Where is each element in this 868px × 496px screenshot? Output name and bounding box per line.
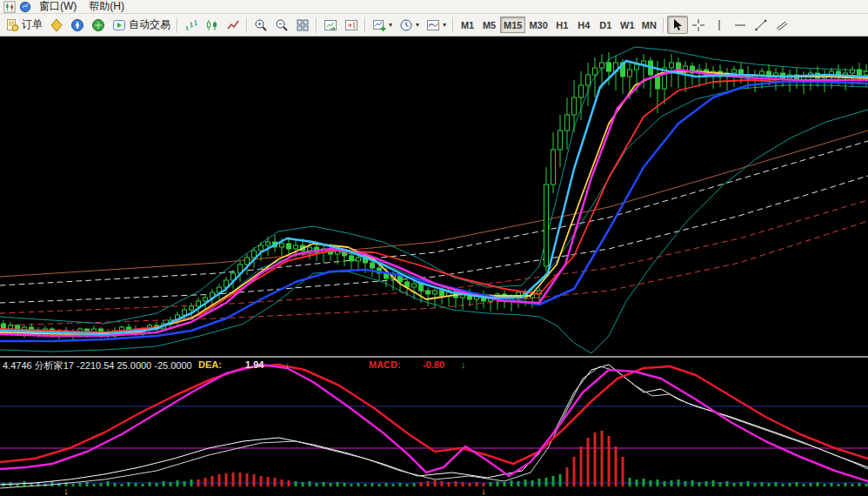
candle [593, 57, 598, 97]
histogram-bar [427, 481, 430, 486]
order-icon [5, 18, 19, 32]
zoom-out-button[interactable] [271, 16, 292, 34]
histogram-bar [79, 483, 82, 486]
period-button[interactable]: ▾ [396, 16, 423, 34]
histogram-bar [650, 480, 652, 486]
macd-indicator-chart[interactable]: ↓↓ [0, 358, 868, 496]
channel-tool-button[interactable] [771, 16, 792, 34]
template-icon [426, 18, 440, 32]
candle [725, 68, 730, 90]
candle [586, 63, 591, 106]
timeframe-m1-button[interactable]: M1 [457, 17, 478, 33]
autotrade-button[interactable]: 自动交易 [109, 16, 174, 34]
ma-blue [0, 82, 868, 341]
histogram-bar [504, 482, 506, 486]
histogram-bar [490, 482, 492, 486]
trendline-tool-button[interactable] [751, 16, 771, 34]
histogram-bar [274, 478, 277, 486]
auto-scroll-button[interactable] [320, 16, 341, 34]
histogram-bar [664, 481, 666, 486]
macd-red-line [0, 365, 868, 464]
histogram-bar [128, 482, 130, 486]
histogram-bar [587, 438, 590, 486]
histogram-bar [538, 479, 541, 486]
candle [565, 97, 570, 150]
histogram-bar [622, 457, 624, 486]
histogram-bar [566, 467, 569, 486]
ma-yellow [0, 71, 868, 334]
timeframe-m5-button[interactable]: M5 [478, 17, 500, 33]
histogram-bar [838, 484, 840, 486]
autotrade-icon [112, 18, 126, 32]
histogram-bar [643, 479, 645, 486]
tile-windows-button[interactable] [292, 16, 313, 34]
new-chart-icon [372, 18, 386, 32]
histogram-bar [371, 483, 374, 486]
crosshair-tool-button[interactable] [688, 16, 709, 34]
menu-bar: 窗口(W) 帮助(H) [0, 0, 868, 14]
histogram-bar [511, 480, 513, 486]
terminal-icon [91, 18, 105, 32]
histogram-bar [344, 483, 346, 486]
histogram-bar [239, 473, 242, 486]
zoom-in-button[interactable] [250, 16, 271, 34]
timeframe-m30-button[interactable]: M30 [525, 17, 551, 33]
histogram-bar [190, 479, 193, 486]
histogram-bar [796, 482, 798, 486]
hline-icon [733, 18, 747, 32]
bar-chart-button[interactable] [181, 16, 202, 34]
histogram-bar [281, 479, 284, 486]
histogram-bar [295, 481, 297, 486]
line-chart-button[interactable] [223, 16, 244, 34]
market-watch-button[interactable] [46, 16, 67, 34]
menu-item-window[interactable]: 窗口(W) [33, 0, 83, 13]
histogram-bar [608, 436, 611, 486]
new-order-button[interactable]: 订单 [2, 16, 46, 34]
histogram-bar [705, 481, 708, 486]
histogram-bar [524, 479, 527, 486]
histogram-bar [392, 484, 395, 486]
histogram-bar [629, 478, 631, 486]
histogram-bar [615, 446, 618, 486]
main-price-chart[interactable] [0, 37, 868, 356]
histogram-bar [559, 474, 562, 486]
dropdown-caret-icon: ▾ [389, 22, 392, 29]
toolbar-separator [663, 17, 664, 33]
channel-solid-line [0, 131, 868, 277]
histogram-bar [657, 479, 659, 486]
timeframe-w1-button[interactable]: W1 [617, 17, 638, 33]
histogram-bar [170, 482, 172, 486]
chart-shift-button[interactable] [341, 16, 362, 34]
histogram-bar [309, 481, 311, 486]
navigator-button[interactable] [67, 16, 88, 34]
histogram-bar [462, 482, 464, 486]
timeframe-h4-button[interactable]: H4 [573, 17, 595, 33]
candle-chart-button[interactable] [202, 16, 223, 34]
terminal-button[interactable] [88, 16, 109, 34]
macd-white-line-1 [0, 365, 868, 485]
histogram-bar [698, 482, 701, 486]
bar-chart-icon [184, 18, 198, 32]
vertical-line-tool-button[interactable] [709, 16, 730, 34]
template-button[interactable]: ▾ [423, 16, 450, 34]
cursor-icon [671, 18, 684, 32]
timeframe-d1-button[interactable]: D1 [595, 17, 617, 33]
new-chart-button[interactable]: ▾ [369, 16, 396, 34]
tile-windows-icon [296, 18, 310, 32]
cursor-tool-button[interactable] [667, 16, 688, 34]
histogram-bar [810, 483, 812, 486]
histogram-bar [747, 481, 750, 486]
histogram-bar [218, 474, 221, 486]
histogram-bar [337, 482, 339, 486]
horizontal-line-tool-button[interactable] [730, 16, 751, 34]
histogram-bar [594, 432, 597, 486]
timeframe-h1-button[interactable]: H1 [551, 17, 573, 33]
autotrade-button-label: 自动交易 [129, 17, 170, 32]
timeframe-m15-button[interactable]: M15 [500, 17, 525, 33]
histogram-bar [163, 481, 165, 486]
indicator-panel: ↓↓ 4.4746 分析家17 -2210.54 25.0000 -25.000… [0, 358, 868, 496]
histogram-bar [754, 483, 757, 486]
menu-item-help[interactable]: 帮助(H) [83, 0, 130, 13]
timeframe-mn-button[interactable]: MN [638, 17, 660, 33]
chart-window-icon [19, 1, 31, 13]
